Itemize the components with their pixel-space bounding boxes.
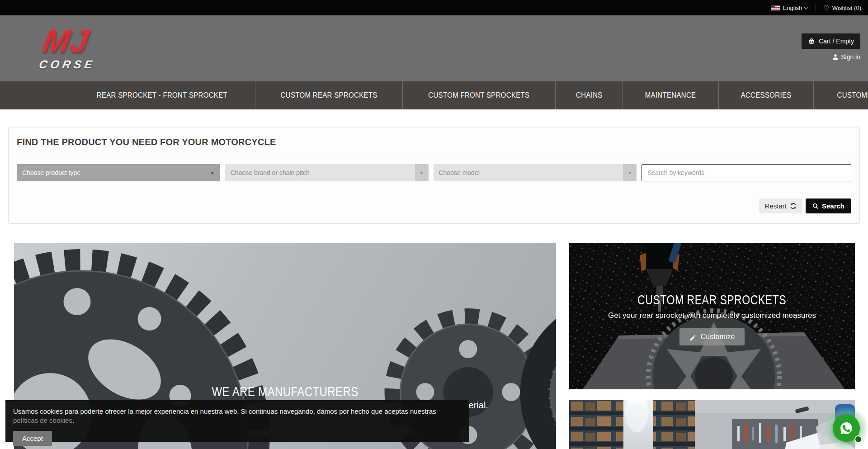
- nav-item-custom-front-sprockets[interactable]: CUSTOM FRONT SPROCKETS: [402, 81, 555, 109]
- wishlist-link[interactable]: ♡ Wishlist (0): [823, 5, 861, 11]
- nav-item-label: CUSTOM REAR SPROCKETS: [280, 91, 377, 100]
- wishlist-label: Wishlist (0): [832, 5, 861, 11]
- nav-item-custom-rear-sprockets[interactable]: CUSTOM REAR SPROCKETS: [255, 81, 402, 109]
- nav-item-accessories[interactable]: ACCESSORIES: [718, 81, 813, 109]
- caret-down-icon: ▼: [627, 170, 632, 175]
- nav-item-customised-work[interactable]: CUSTOMISED WORK: [813, 81, 868, 109]
- own-company-card[interactable]: OWN A COMPANY?: [569, 400, 855, 449]
- restart-button[interactable]: Restart: [759, 199, 802, 213]
- custom-rear-sprockets-card[interactable]: CUSTOM REAR SPROCKETS Get your rear spro…: [569, 243, 855, 389]
- finder-divider: [17, 155, 851, 155]
- cookie-message-suffix: .: [72, 416, 74, 424]
- restart-label: Restart: [765, 202, 787, 210]
- customize-button[interactable]: Customize: [679, 328, 745, 345]
- us-flag-icon: [771, 5, 780, 10]
- cookie-banner: Usamos cookies para poderte ofrecer la m…: [5, 400, 469, 442]
- language-label: English: [783, 5, 802, 11]
- nav-item-chains[interactable]: CHAINS: [555, 81, 623, 109]
- search-icon: [812, 203, 819, 209]
- shopping-bag-icon: [808, 38, 815, 45]
- accept-button[interactable]: Accept: [13, 431, 52, 446]
- hero-title: WE ARE MANUFACTURERS: [14, 384, 556, 399]
- select-caret-strip: ▼: [415, 164, 429, 181]
- whatsapp-icon: [838, 420, 855, 437]
- whatsapp-widget: [825, 406, 868, 449]
- brand-select[interactable]: Choose brand or chain pitch ▼: [225, 164, 429, 181]
- warehouse-image: [569, 400, 855, 449]
- whatsapp-badge: [854, 435, 862, 443]
- nav-item-rear-front-sprocket[interactable]: REAR SPROCKET - FRONT SPROCKET: [69, 81, 255, 109]
- cookie-message: Usamos cookies para poderte ofrecer la m…: [13, 407, 462, 425]
- nav-item-label: REAR SPROCKET - FRONT SPROCKET: [97, 91, 227, 100]
- top-bar: English ♡ Wishlist (0): [0, 0, 868, 15]
- model-select[interactable]: Choose model ▼: [434, 164, 637, 181]
- product-type-value: Choose product type: [22, 169, 80, 176]
- product-finder-panel: FIND THE PRODUCT YOU NEED FOR YOUR MOTOR…: [8, 128, 860, 224]
- pencil-icon: [689, 334, 696, 340]
- keywords-input[interactable]: [642, 164, 851, 181]
- caret-down-icon: ▼: [420, 170, 424, 175]
- nav-item-label: CUSTOM FRONT SPROCKETS: [428, 91, 529, 100]
- topbar-divider: [816, 4, 816, 11]
- signin-link[interactable]: Sign in: [832, 53, 860, 61]
- heart-icon: ♡: [823, 5, 829, 11]
- cart-button[interactable]: Cart / Empty: [802, 33, 860, 49]
- search-button[interactable]: Search: [806, 199, 851, 213]
- caret-down-icon: ▼: [210, 170, 215, 175]
- refresh-icon: [790, 203, 797, 209]
- model-value: Choose model: [439, 169, 480, 176]
- hero-subtitle-fragment: terial.: [466, 400, 488, 411]
- header: MJ CORSE Cart / Empty Sign in: [0, 15, 868, 81]
- product-type-select[interactable]: Choose product type ▼: [17, 164, 220, 181]
- language-selector[interactable]: English: [771, 5, 809, 11]
- signin-label: Sign in: [841, 53, 860, 61]
- select-caret-strip: ▼: [623, 164, 637, 181]
- nav-item-label: CUSTOMISED WORK: [837, 91, 868, 100]
- search-label: Search: [822, 202, 844, 210]
- customize-label: Customize: [701, 333, 735, 341]
- nav-item-label: MAINTENANCE: [645, 91, 696, 100]
- logo[interactable]: MJ CORSE: [38, 25, 102, 71]
- user-icon: [832, 54, 839, 60]
- logo-primary: MJ: [41, 25, 102, 57]
- chevron-down-icon: [804, 5, 808, 9]
- main-nav: REAR SPROCKET - FRONT SPROCKET CUSTOM RE…: [0, 81, 868, 109]
- cart-label: Cart / Empty: [819, 38, 854, 45]
- card-subtitle: Get your rear sprocket with completely c…: [608, 311, 816, 320]
- nav-item-maintenance[interactable]: MAINTENANCE: [623, 81, 718, 109]
- finder-title: FIND THE PRODUCT YOU NEED FOR YOUR MOTOR…: [17, 137, 851, 147]
- nav-item-label: ACCESSORIES: [741, 91, 791, 100]
- cookie-policy-link[interactable]: políticas de cookies: [13, 416, 72, 424]
- brand-value: Choose brand or chain pitch: [231, 169, 310, 176]
- logo-secondary: CORSE: [38, 58, 96, 71]
- card-title: CUSTOM REAR SPROCKETS: [619, 293, 805, 307]
- nav-item-label: CHAINS: [576, 91, 603, 100]
- cookie-message-text: Usamos cookies para poderte ofrecer la m…: [13, 407, 436, 415]
